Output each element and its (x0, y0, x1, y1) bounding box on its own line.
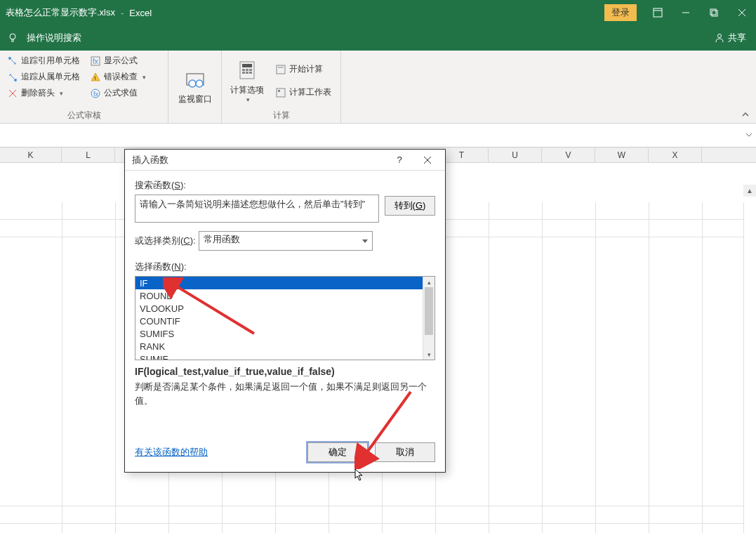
share-button[interactable]: 共享 (714, 32, 746, 44)
ribbon-display-options-button[interactable] (644, 0, 672, 25)
remove-arrows-button[interactable]: 删除箭头▾ (4, 86, 83, 100)
search-function-label: 搜索函数(S): (135, 179, 435, 192)
scroll-up-icon[interactable]: ▴ (423, 277, 435, 287)
svg-rect-33 (278, 90, 280, 92)
document-title: 表格怎么正常显示数字.xlsx (0, 6, 115, 19)
svg-text:!: ! (95, 75, 96, 81)
svg-point-12 (14, 79, 17, 81)
watch-window-button[interactable]: 监视窗口 (174, 53, 216, 120)
svg-rect-24 (242, 69, 245, 71)
svg-rect-28 (246, 72, 248, 74)
svg-text:fx: fx (93, 58, 98, 65)
dialog-titlebar[interactable]: 插入函数 ? (125, 150, 445, 171)
function-help-link[interactable]: 有关该函数的帮助 (135, 446, 208, 459)
ok-button[interactable]: 确定 (307, 442, 368, 462)
list-item[interactable]: VLOOKUP (135, 302, 435, 315)
dialog-title: 插入函数 (132, 154, 168, 166)
svg-rect-27 (242, 72, 245, 74)
title-bar: 表格怎么正常显示数字.xlsx - Excel 登录 (0, 0, 756, 25)
calculate-sheet-button[interactable]: 计算工作表 (272, 85, 334, 100)
listbox-scrollbar[interactable]: ▴ ▾ (423, 277, 435, 360)
collapse-ribbon-button[interactable] (741, 110, 750, 121)
svg-rect-3 (710, 9, 716, 15)
svg-rect-4 (712, 11, 717, 16)
group-label-calc: 计算 (226, 108, 336, 121)
scroll-up-button[interactable]: ▲ (743, 185, 756, 197)
svg-point-10 (718, 34, 722, 38)
minimize-button[interactable] (672, 0, 700, 25)
column-header[interactable]: V (542, 148, 595, 162)
column-header[interactable]: U (489, 148, 542, 162)
list-item[interactable]: IF (135, 277, 435, 289)
insert-function-dialog: 插入函数 ? 搜索函数(S): 请输入一条简短说明来描述您想做什么，然后单击"转… (124, 149, 446, 473)
svg-rect-32 (277, 88, 285, 97)
go-button[interactable]: 转到(G) (385, 196, 435, 216)
column-header[interactable]: L (62, 148, 115, 162)
tell-me-input[interactable]: 操作说明搜索 (27, 32, 81, 44)
scroll-down-icon[interactable]: ▾ (423, 349, 435, 360)
search-function-input[interactable]: 请输入一条简短说明来描述您想做什么，然后单击"转到" (135, 195, 379, 223)
formula-bar[interactable] (0, 124, 756, 147)
expand-formula-bar-button[interactable] (744, 130, 754, 140)
svg-text:fx: fx (93, 91, 99, 98)
evaluate-formula-button[interactable]: fx公式求值 (87, 86, 149, 100)
error-checking-button[interactable]: !错误检查▾ (87, 70, 149, 84)
calculation-options-button[interactable]: 计算选项 ▾ (226, 53, 268, 108)
list-item[interactable]: COUNTIF (135, 315, 435, 327)
svg-rect-23 (242, 64, 252, 67)
svg-rect-29 (249, 72, 252, 74)
select-function-label: 选择函数(N): (135, 261, 435, 273)
dialog-close-button[interactable] (414, 150, 441, 170)
function-listbox[interactable]: IF ROUND VLOOKUP COUNTIF SUMIFS RANK SUM… (135, 276, 435, 360)
list-item[interactable]: SUMIFS (135, 327, 435, 340)
svg-point-20 (196, 80, 203, 87)
category-select[interactable]: 常用函数 (199, 231, 373, 251)
close-window-button[interactable] (728, 0, 756, 25)
scrollbar-thumb[interactable] (425, 287, 433, 335)
trace-dependents-button[interactable]: 追踪从属单元格 (4, 70, 83, 84)
ribbon: 追踪引用单元格 追踪从属单元格 删除箭头▾ fx显示公式 !错误检查▾ fx公式… (0, 51, 756, 124)
category-label: 或选择类别(C): (135, 235, 196, 247)
group-label-audit: 公式审核 (4, 108, 164, 121)
login-button[interactable]: 登录 (604, 4, 637, 21)
tell-me-bar: 操作说明搜索 共享 (0, 25, 756, 51)
app-name: Excel (129, 8, 152, 18)
cancel-button[interactable]: 取消 (375, 442, 435, 462)
svg-rect-25 (246, 69, 248, 71)
list-item[interactable]: ROUND (135, 289, 435, 302)
svg-rect-30 (277, 65, 285, 74)
svg-rect-26 (249, 69, 252, 71)
dialog-help-button[interactable]: ? (386, 150, 413, 170)
column-header[interactable]: K (0, 148, 62, 162)
svg-point-11 (8, 57, 11, 60)
list-item[interactable]: SUMIF (135, 353, 435, 360)
svg-point-19 (189, 80, 196, 87)
list-item[interactable]: RANK (135, 340, 435, 353)
calculate-now-button[interactable]: 开始计算 (272, 62, 334, 77)
function-signature: IF(logical_test,value_if_true,value_if_f… (135, 366, 435, 377)
show-formulas-button[interactable]: fx显示公式 (87, 53, 149, 68)
column-header[interactable]: X (649, 148, 702, 162)
trace-precedents-button[interactable]: 追踪引用单元格 (4, 53, 83, 68)
lightbulb-icon (7, 32, 18, 44)
maximize-button[interactable] (700, 0, 728, 25)
column-header[interactable]: W (595, 148, 649, 162)
svg-point-7 (10, 34, 15, 39)
svg-rect-0 (654, 8, 662, 17)
function-description: 判断是否满足某个条件，如果满足返回一个值，如果不满足则返回另一个值。 (135, 380, 435, 407)
